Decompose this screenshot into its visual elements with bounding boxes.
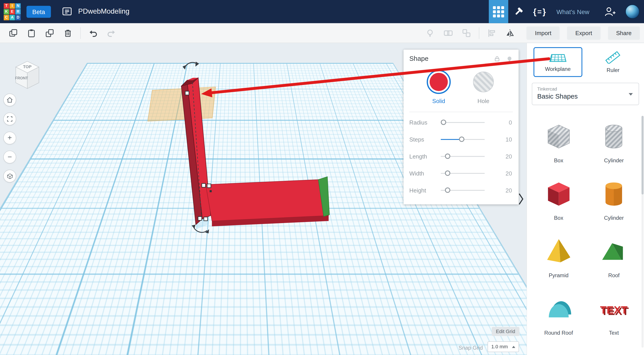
length-slider[interactable] (441, 156, 484, 157)
home-view-button[interactable] (3, 94, 16, 106)
shapes-sidebar: Workplane Ruler Tinkercad Basic Shapes (526, 43, 644, 355)
group-button[interactable] (440, 24, 458, 41)
import-button[interactable]: Import (526, 26, 560, 40)
slider-handle[interactable] (441, 120, 446, 125)
perspective-toggle-button[interactable] (3, 170, 16, 182)
ungroup-button[interactable] (458, 24, 476, 41)
align-button[interactable] (483, 24, 501, 41)
show-all-button[interactable] (421, 24, 439, 41)
height-slider[interactable] (441, 190, 484, 191)
copy-icon (8, 28, 18, 38)
shape-item-roof[interactable]: Roof (596, 234, 631, 278)
document-title[interactable]: PDwebModeling (78, 8, 130, 16)
pyramid-icon (541, 234, 576, 269)
view-controls: + − (3, 94, 16, 182)
edit-toolbar: Import Export Share (0, 23, 644, 43)
invite-button[interactable] (599, 0, 620, 23)
placed-workplane-highlight (148, 87, 216, 122)
snap-grid-select[interactable]: 1.0 mm (488, 341, 519, 352)
tinker-tools-button[interactable] (508, 0, 529, 23)
workplane-icon (549, 54, 566, 62)
zoom-in-button[interactable]: + (3, 132, 16, 144)
sidebar-scrollbar (642, 116, 644, 348)
mid-handle[interactable] (210, 190, 212, 192)
steps-slider[interactable] (441, 139, 484, 140)
duplicate-button[interactable] (40, 24, 58, 41)
shape-item-box-hole[interactable]: Box (541, 119, 576, 164)
hole-swatch (471, 70, 495, 94)
share-button[interactable]: Share (608, 26, 640, 40)
avatar[interactable] (625, 4, 640, 19)
plus-icon: + (8, 134, 12, 142)
slider-row-height: Height 20 (404, 182, 519, 199)
rotate-handle-top[interactable] (182, 62, 199, 70)
align-icon (487, 28, 497, 38)
workplane-tool-button[interactable]: Workplane (534, 47, 582, 77)
shape-item-box[interactable]: Box (541, 176, 576, 221)
paste-button[interactable] (22, 24, 40, 41)
ruler-icon (605, 51, 621, 64)
snap-grid-value: 1.0 mm (491, 344, 508, 350)
shape-item-round-roof[interactable]: Round Roof (541, 292, 576, 336)
lock-icon[interactable] (494, 56, 500, 62)
scrollbar-thumb[interactable] (642, 116, 644, 194)
solid-option[interactable]: Solid (427, 70, 450, 104)
undo-icon (88, 28, 98, 38)
snap-grid-label: Snap Grid (459, 345, 483, 351)
dashboard-grid-button[interactable] (489, 0, 508, 23)
view-cube[interactable]: TOP FRONT (11, 56, 44, 92)
scale-handle[interactable] (207, 184, 211, 188)
ruler-tool-button[interactable]: Ruler (589, 47, 637, 77)
cylinder-icon (596, 176, 631, 211)
list-icon (62, 6, 72, 17)
design-properties-button[interactable] (62, 6, 72, 17)
slider-handle[interactable] (459, 136, 464, 142)
shape-item-text[interactable]: TEXT TEXT Text (596, 292, 631, 336)
scale-handle[interactable] (204, 217, 208, 221)
scale-handle[interactable] (198, 216, 202, 220)
hammer-icon (513, 6, 524, 18)
scale-handle[interactable] (185, 91, 189, 95)
delete-button[interactable] (59, 24, 77, 41)
panel-collapse-chevron[interactable] (518, 193, 524, 206)
scale-handle[interactable] (202, 184, 206, 187)
viewcube-top-label[interactable]: TOP (23, 64, 32, 69)
visibility-bulb-icon[interactable] (506, 56, 513, 62)
slider-handle[interactable] (445, 187, 450, 193)
shape-gallery: Box Cylinder Box (533, 119, 640, 336)
beta-button[interactable]: Beta (26, 6, 51, 18)
solid-label: Solid (432, 98, 445, 104)
width-slider[interactable] (441, 173, 484, 174)
slider-row-length: Length 20 (404, 148, 519, 165)
slider-row-width: Width 20 (404, 165, 519, 182)
cylinder-hole-icon (596, 119, 631, 154)
text-shape-icon: TEXT TEXT (596, 292, 631, 326)
shape-item-cylinder[interactable]: Cylinder (596, 176, 631, 221)
viewcube-front-label[interactable]: FRONT (15, 76, 28, 80)
person-add-icon (604, 6, 616, 18)
shape-inspector-panel: Shape Solid Hole Radius 0 Ste (404, 50, 519, 204)
shape-item-cylinder-hole[interactable]: Cylinder (596, 119, 631, 164)
box-hole-icon (541, 119, 576, 154)
codeblocks-button[interactable]: { } (529, 0, 550, 23)
radius-slider[interactable] (441, 122, 484, 123)
shape-item-pyramid[interactable]: Pyramid (541, 234, 576, 278)
undo-button[interactable] (84, 24, 102, 41)
roof-icon (596, 234, 631, 269)
edit-grid-button[interactable]: Edit Grid (492, 327, 519, 336)
mirror-button[interactable] (501, 24, 519, 41)
slider-handle[interactable] (445, 170, 450, 176)
zoom-out-button[interactable]: − (3, 151, 16, 164)
tinkercad-logo[interactable]: TIN KER CAD (4, 3, 21, 20)
copy-button[interactable] (4, 24, 22, 41)
redo-button[interactable] (102, 24, 120, 41)
slider-row-radius: Radius 0 (404, 114, 519, 131)
ortho-cube-icon (6, 173, 13, 180)
hole-option[interactable]: Hole (471, 70, 495, 104)
fit-view-button[interactable] (3, 112, 16, 125)
slider-handle[interactable] (445, 153, 450, 159)
shape-library-dropdown[interactable]: Tinkercad Basic Shapes (532, 83, 639, 105)
home-icon (6, 96, 13, 103)
export-button[interactable]: Export (567, 26, 600, 40)
whats-new-link[interactable]: What's New (556, 8, 589, 15)
